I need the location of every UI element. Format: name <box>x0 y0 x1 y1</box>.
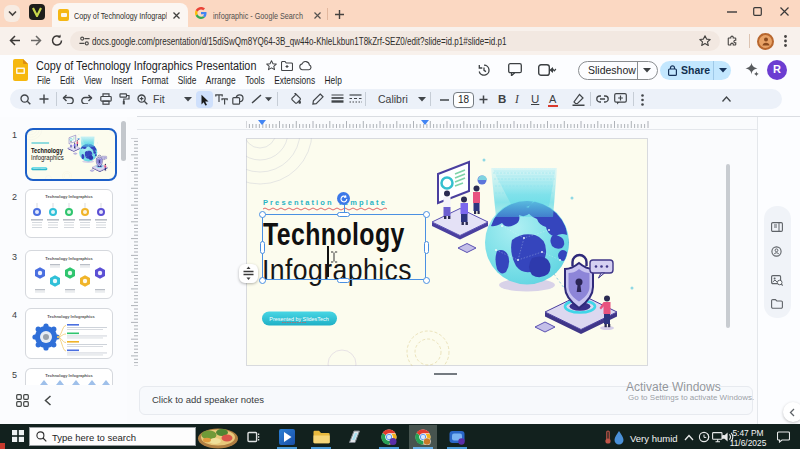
svg-text:Technology Infographics: Technology Infographics <box>45 256 93 261</box>
svg-text:Infographics: Infographics <box>31 154 64 162</box>
svg-text:Technology: Technology <box>31 146 64 155</box>
svg-text:Presented by SlidesTech: Presented by SlidesTech <box>269 316 328 322</box>
svg-text:Technology Infographics: Technology Infographics <box>45 373 93 378</box>
svg-text:Technology Infographics: Technology Infographics <box>47 314 95 319</box>
svg-text:Technology Infographics: Technology Infographics <box>45 194 93 199</box>
